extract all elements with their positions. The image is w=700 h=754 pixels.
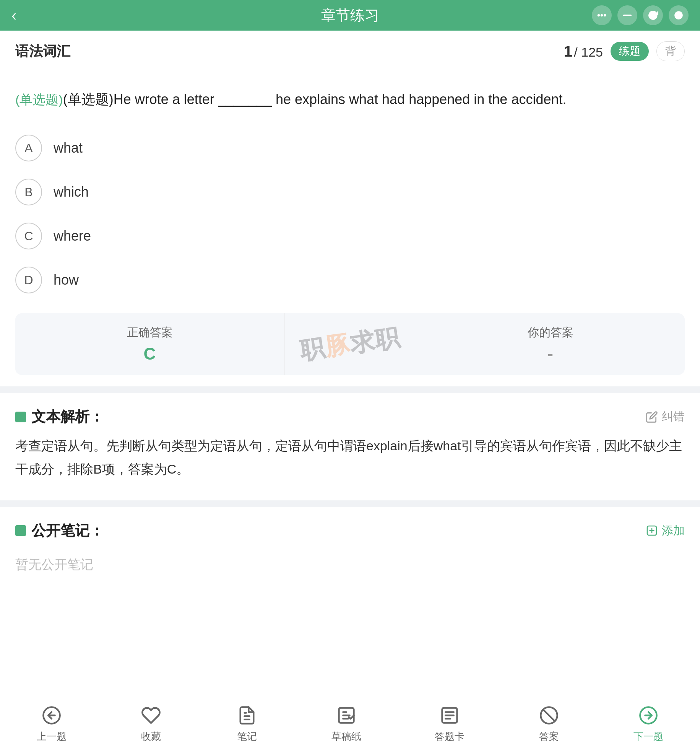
options-area: A what B which C where D how (0, 119, 700, 309)
report-label: 纠错 (662, 409, 685, 425)
nav-notes-label: 笔记 (237, 730, 257, 743)
svg-point-2 (604, 15, 606, 16)
option-a-text: what (54, 140, 83, 156)
notes-section: 公开笔记： 添加 暂无公开笔记 (0, 507, 700, 604)
add-note-icon (646, 524, 658, 537)
option-d[interactable]: D how (15, 258, 685, 302)
back-button[interactable]: ‹ (11, 7, 16, 24)
nav-prev[interactable]: 上一题 (37, 704, 67, 743)
refresh-icon-button[interactable] (643, 5, 663, 25)
answer-card-icon (438, 704, 461, 727)
section-right: 1 / 125 练题 背 (564, 41, 685, 61)
nav-answer-label: 答案 (539, 730, 559, 743)
option-a-circle: A (15, 135, 42, 161)
nav-draft-label: 草稿纸 (331, 730, 361, 743)
nav-prev-label: 上一题 (37, 730, 67, 743)
analysis-section: 文本解析： 纠错 考查定语从句。先判断从句类型为定语从句，定语从句中谓语expl… (0, 393, 700, 489)
record-icon-button[interactable] (669, 5, 689, 25)
option-a[interactable]: A what (15, 126, 685, 170)
nav-notes[interactable]: 笔记 (235, 704, 258, 743)
nav-draft[interactable]: 草稿纸 (331, 704, 361, 743)
content-wrap: 语法词汇 1 / 125 练题 背 (单选题)(单选题)He wrote a l… (0, 31, 700, 669)
correct-answer-col: 正确答案 C (15, 313, 284, 375)
notes-icon (235, 704, 258, 727)
answer-section: 正确答案 C 职豚求职 你的答案 - (15, 313, 685, 375)
bottom-nav: 上一题 收藏 笔记 草稿纸 答题卡 答案 下一题 (0, 693, 700, 754)
more-icon-button[interactable] (592, 5, 612, 25)
practice-badge[interactable]: 练题 (611, 42, 649, 61)
add-note-label: 添加 (662, 523, 685, 539)
minimize-icon-button[interactable] (617, 5, 637, 25)
notes-header: 公开笔记： 添加 (15, 521, 685, 541)
analysis-header: 文本解析： 纠错 (15, 407, 685, 427)
green-square-icon (15, 412, 26, 422)
nav-answer[interactable]: 答案 (538, 704, 560, 743)
svg-point-1 (601, 15, 603, 16)
svg-line-20 (543, 710, 555, 721)
option-b-circle: B (15, 179, 42, 205)
question-area: (单选题)(单选题)He wrote a letter _______ he e… (0, 72, 700, 119)
your-answer-value: - (424, 344, 677, 363)
add-note-button[interactable]: 添加 (646, 523, 685, 539)
option-b[interactable]: B which (15, 170, 685, 214)
notes-empty-text: 暂无公开笔记 (15, 548, 685, 596)
nav-answer-card-label: 答题卡 (435, 730, 465, 743)
header-title: 章节练习 (321, 6, 379, 25)
option-b-text: which (54, 184, 89, 200)
question-label1: (单选题) (15, 92, 63, 107)
svg-point-5 (677, 14, 680, 17)
draft-icon (335, 704, 358, 727)
option-c-circle: C (15, 223, 42, 249)
nav-next-label: 下一题 (633, 730, 663, 743)
progress-indicator: 1 / 125 (564, 43, 603, 60)
svg-point-0 (598, 15, 599, 16)
watermark-area: 职豚求职 (284, 313, 416, 375)
nav-answer-card[interactable]: 答题卡 (435, 704, 465, 743)
notes-title-row: 公开笔记： (15, 521, 104, 541)
your-answer-col: 你的答案 - (416, 313, 685, 375)
section-bar: 语法词汇 1 / 125 练题 背 (0, 31, 700, 72)
nav-collect-label: 收藏 (141, 730, 161, 743)
section-divider (0, 386, 700, 393)
correct-answer-label: 正确答案 (23, 325, 276, 340)
section-title: 语法词汇 (15, 42, 70, 61)
notes-title: 公开笔记： (31, 521, 104, 541)
option-c[interactable]: C where (15, 214, 685, 258)
heart-icon (140, 704, 162, 727)
correct-answer-value: C (23, 344, 276, 363)
analysis-body: 考查定语从句。先判断从句类型为定语从句，定语从句中谓语explain后接what… (15, 434, 685, 481)
recite-badge[interactable]: 背 (656, 41, 685, 61)
section-divider-2 (0, 500, 700, 507)
next-icon (637, 704, 660, 727)
nav-next[interactable]: 下一题 (633, 704, 663, 743)
answer-icon (538, 704, 560, 727)
analysis-title-row: 文本解析： (15, 407, 104, 427)
report-button[interactable]: 纠错 (646, 409, 685, 425)
report-icon (646, 411, 658, 423)
prev-icon (40, 704, 63, 727)
notes-green-square-icon (15, 525, 26, 536)
option-c-text: where (54, 228, 91, 244)
nav-collect[interactable]: 收藏 (140, 704, 162, 743)
option-d-text: how (54, 272, 79, 288)
header: ‹ 章节练习 (0, 0, 700, 31)
header-actions (592, 5, 689, 25)
analysis-title: 文本解析： (31, 407, 104, 427)
watermark: 职豚求职 (298, 321, 403, 368)
option-d-circle: D (15, 267, 42, 293)
question-label2: (单选题)He wrote a letter _______ he explai… (63, 91, 567, 107)
your-answer-label: 你的答案 (424, 325, 677, 340)
